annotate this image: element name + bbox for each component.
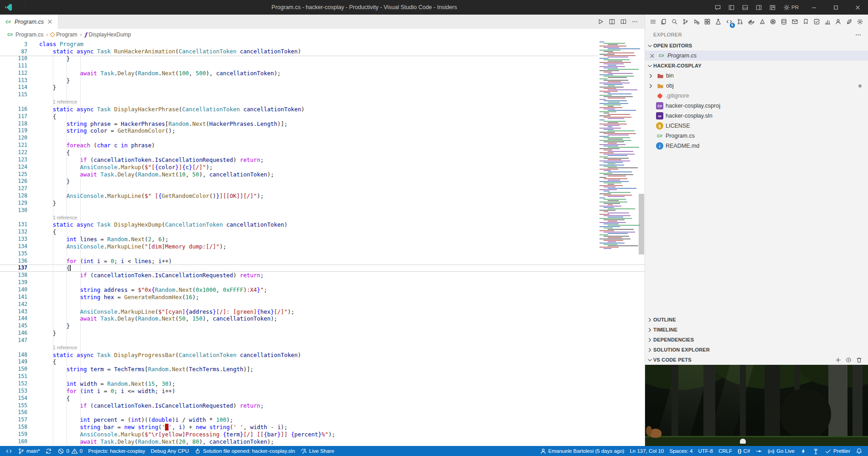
status-sync-changes[interactable]	[42, 446, 55, 456]
activity-database-icon[interactable]	[779, 15, 789, 29]
add-pet-icon[interactable]	[835, 357, 842, 363]
open-editor-program-cs[interactable]: C# Program.cs	[645, 51, 868, 61]
activity-bookmarks-icon[interactable]	[801, 15, 811, 29]
codelens-reference[interactable]: 1 reference	[0, 344, 645, 352]
delete-pet-icon[interactable]	[856, 357, 863, 363]
code-line-87[interactable]: 87 static async Task RunHackerAnimation(…	[0, 48, 598, 55]
breadcrumb-item-displayhexdump[interactable]: ƒDisplayHexDump	[84, 31, 131, 38]
code-line-155[interactable]: 155 if (cancellationToken.IsCancellation…	[0, 402, 645, 409]
code-line-121[interactable]: 121 foreach (char c in phrase)	[0, 142, 645, 149]
section-solution-explorer[interactable]: SOLUTION EXPLORER	[645, 345, 868, 355]
status-screencast-toggle[interactable]	[753, 446, 765, 456]
pet-squirrel[interactable]	[650, 429, 661, 438]
tree-item-license[interactable]: §LICENSE	[645, 121, 868, 131]
breadcrumb-item-program-cs[interactable]: C#Program.cs	[6, 31, 43, 38]
code-line-156[interactable]: 156	[0, 409, 645, 416]
code-line-129[interactable]: 129 }	[0, 200, 645, 207]
breadcrumb-item-program[interactable]: Program	[51, 31, 77, 38]
status-solution-status[interactable]: Solution file opened: hacker-cosplay.sln	[191, 446, 298, 456]
activity-azure-icon[interactable]	[757, 15, 767, 29]
activity-menu-icon[interactable]	[648, 15, 658, 29]
roll-ball-icon[interactable]	[845, 357, 852, 363]
status-language-mode[interactable]: {}C#	[735, 446, 753, 456]
code-line-112[interactable]: 112 await Task.Delay(Random.Next(100, 50…	[0, 70, 645, 77]
tree-item-hacker-cosplay-sln[interactable]: ∞hacker-cosplay.sln	[645, 111, 868, 121]
tab-program-cs[interactable]: C# Program.cs	[0, 15, 58, 29]
activity-remote-explorer-icon[interactable]: 5	[724, 15, 734, 29]
minimap[interactable]	[598, 41, 638, 255]
editor-scrollbar[interactable]	[638, 41, 645, 446]
code-line-127[interactable]: 127	[0, 185, 645, 192]
activity-todo-tree-icon[interactable]	[811, 15, 822, 29]
status-problems[interactable]: 00	[55, 446, 85, 456]
code-line-148[interactable]: 148 static async Task DisplayProgressBar…	[0, 352, 645, 359]
activity-source-control-icon[interactable]	[681, 15, 691, 29]
pet-ghost[interactable]	[740, 439, 746, 444]
more-editor-actions-button[interactable]	[631, 18, 638, 25]
customize-layout-icon[interactable]	[766, 0, 779, 15]
status-cursor-position[interactable]: Ln 137, Col 10	[627, 446, 666, 456]
code-line-111[interactable]: 111	[0, 62, 645, 70]
toggle-secondary-sidebar-icon[interactable]	[752, 0, 765, 15]
status-go-live[interactable]: Go Live	[765, 446, 797, 456]
code-line-128[interactable]: 128 AnsiConsole.MarkupLine($" [{GetRando…	[0, 192, 645, 200]
activity-search-icon[interactable]	[670, 15, 680, 29]
code-line-142[interactable]: 142	[0, 301, 645, 308]
code-line-147[interactable]: 147	[0, 337, 645, 344]
codelens-reference[interactable]: 1 reference	[0, 98, 645, 106]
code-line-123[interactable]: 123 if (cancellationToken.IsCancellation…	[0, 156, 645, 164]
code-line-154[interactable]: 154 {	[0, 395, 645, 402]
activity-insights-icon[interactable]	[822, 15, 832, 29]
pull-request-titlebar-item[interactable]: PR	[780, 4, 802, 11]
code-line-117[interactable]: 117 {	[0, 113, 645, 120]
code-line-115[interactable]: 115	[0, 91, 645, 98]
status-encoding[interactable]: UTF-8	[695, 446, 716, 456]
tree-item-bin[interactable]: bin	[645, 71, 868, 81]
tree-item-readme-md[interactable]: iREADME.md	[645, 141, 868, 151]
code-line-150[interactable]: 150 string term = TechTerms[Random.Next(…	[0, 366, 645, 373]
tree-item-program-cs[interactable]: C#Program.cs	[645, 131, 868, 141]
code-line-152[interactable]: 152 int width = Random.Next(15, 30);	[0, 380, 645, 388]
code-line-144[interactable]: 144 await Task.Delay(Random.Next(50, 150…	[0, 315, 645, 322]
section-dependencies[interactable]: DEPENDENCIES	[645, 335, 868, 345]
code-line-140[interactable]: 140 string address = $"0x{Random.Next(0x…	[0, 286, 645, 294]
code-line-120[interactable]: 120	[0, 135, 645, 142]
code-line-157[interactable]: 157 int percent = (int)((double)i / widt…	[0, 416, 645, 424]
code-line-145[interactable]: 145 }	[0, 322, 645, 330]
activity-extensions-icon[interactable]	[703, 15, 713, 29]
code-line-116[interactable]: 116 static async Task DisplayHackerPhras…	[0, 106, 645, 113]
tree-item-hacker-cosplay-csproj[interactable]: C#hacker-cosplay.csproj	[645, 101, 868, 111]
code-line-130[interactable]: 130	[0, 207, 645, 214]
code-line-149[interactable]: 149 {	[0, 358, 645, 366]
code-line-125[interactable]: 125 await Task.Delay(Random.Next(10, 50)…	[0, 171, 645, 178]
toggle-panel-icon[interactable]	[739, 0, 751, 15]
status-thunder-client[interactable]	[797, 446, 810, 456]
split-editor-button[interactable]	[609, 18, 615, 25]
close-editor-icon[interactable]	[649, 52, 656, 59]
maximize-button[interactable]	[825, 0, 846, 15]
code-line-131[interactable]: 131 static async Task DisplayHexDump(Can…	[0, 221, 645, 228]
code-line-143[interactable]: 143 AnsiConsole.MarkupLine($"[cyan]{addr…	[0, 308, 645, 316]
status-git-blame[interactable]: Emanuele Bartolesi (5 days ago)	[537, 446, 627, 456]
run-dropdown-icon[interactable]	[25, 0, 26, 6]
scrollbar-thumb[interactable]	[639, 194, 644, 254]
minimize-button[interactable]	[803, 0, 824, 15]
code-line-132[interactable]: 132 {	[0, 228, 645, 236]
code-editor[interactable]: 110 }111112 await Task.Delay(Random.Next…	[0, 41, 645, 446]
status-indentation[interactable]: Spaces: 4	[666, 446, 695, 456]
code-line-153[interactable]: 153 for (int i = 0; i <= width; i++)	[0, 388, 645, 395]
pets-panel[interactable]	[645, 365, 868, 446]
code-line-3[interactable]: 3class Program	[0, 41, 598, 48]
code-line-138[interactable]: 138 if (cancellationToken.IsCancellation…	[0, 272, 645, 279]
code-line-134[interactable]: 134 AnsiConsole.MarkupLine("[dim]Memory …	[0, 243, 645, 250]
code-line-136[interactable]: 136 for (int i = 0; i < lines; i++)	[0, 258, 645, 265]
code-line-118[interactable]: 118 string phrase = HackerPhrases[Random…	[0, 120, 645, 128]
code-line-119[interactable]: 119 string color = GetRandomColor();	[0, 127, 645, 135]
code-line-110[interactable]: 110 }	[0, 55, 645, 62]
activity-mail-icon[interactable]	[790, 15, 800, 29]
code-line-135[interactable]: 135	[0, 250, 645, 258]
status-project-selector[interactable]: Projects: hacker-cosplay	[85, 446, 148, 456]
activity-accounts-icon[interactable]	[833, 15, 843, 29]
status-notifications[interactable]	[853, 446, 865, 456]
code-line-137[interactable]: 137 {	[0, 264, 645, 272]
